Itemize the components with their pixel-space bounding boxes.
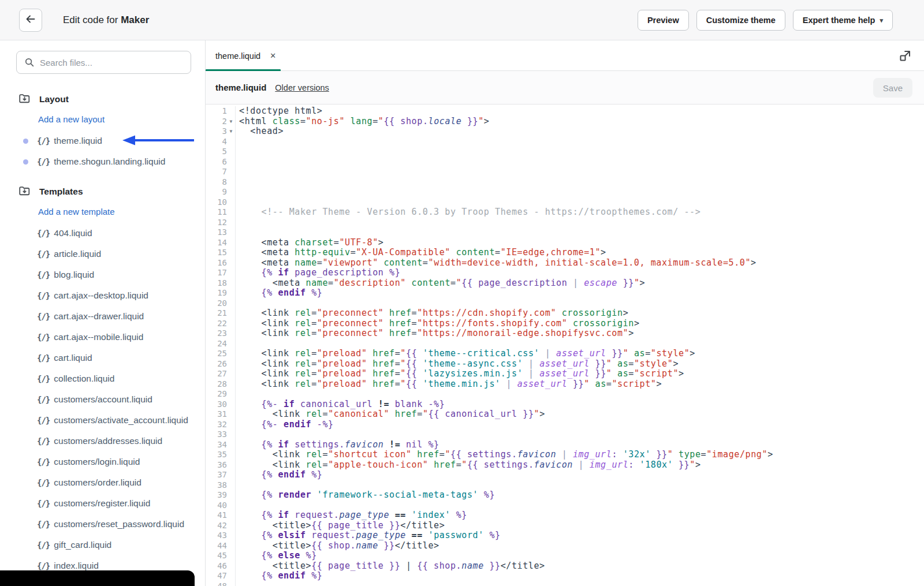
sidebar-file-cart.ajax--drawer.liquid[interactable]: {/}cart.ajax--drawer.liquid bbox=[0, 306, 205, 327]
file-name-label: collection.liquid bbox=[54, 374, 114, 384]
code-line[interactable]: 46 <title>{{ page_title }} | {{ shop.nam… bbox=[206, 561, 924, 572]
code-line[interactable]: 9 bbox=[206, 187, 924, 197]
section-header-templates[interactable]: Templates bbox=[18, 185, 205, 199]
code-line[interactable]: 25 <link rel="preload" href="{{ 'theme--… bbox=[206, 349, 924, 359]
code-line[interactable]: 31 <link rel="canonical" href="{{ canoni… bbox=[206, 409, 924, 420]
fold-caret-spacer bbox=[227, 288, 235, 298]
code-line[interactable]: 36 <link rel="apple-touch-icon" href="{{… bbox=[206, 460, 924, 471]
code-line[interactable]: 38 bbox=[206, 480, 924, 491]
code-line[interactable]: 32 {%- endif -%} bbox=[206, 420, 924, 430]
sidebar-file-customers/addresses.liquid[interactable]: {/}customers/addresses.liquid bbox=[0, 431, 205, 451]
code-line[interactable]: 45 {% else %} bbox=[206, 551, 924, 561]
line-number: 3 bbox=[206, 126, 227, 137]
sidebar-file-cart.liquid[interactable]: {/}cart.liquid bbox=[0, 348, 205, 368]
code-line-text: <meta charset="UTF-8"> bbox=[236, 238, 383, 248]
close-tab-icon[interactable]: ✕ bbox=[270, 51, 276, 60]
fold-caret-spacer bbox=[227, 561, 235, 572]
sidebar-file-blog.liquid[interactable]: {/}blog.liquid bbox=[0, 264, 205, 285]
code-line[interactable]: 12 bbox=[206, 218, 924, 228]
liquid-file-icon: {/} bbox=[37, 333, 50, 342]
code-line[interactable]: 34 {% if settings.favicon != nil %} bbox=[206, 440, 924, 450]
code-line-text bbox=[236, 430, 239, 440]
search-input[interactable] bbox=[16, 51, 191, 74]
code-line[interactable]: 26 <link rel="preload" href="{{ 'theme--… bbox=[206, 359, 924, 369]
overlay-tooltip bbox=[0, 570, 195, 586]
code-line[interactable]: 42 <title>{{ page_title }}</title> bbox=[206, 521, 924, 531]
code-line[interactable]: 48 bbox=[206, 581, 924, 586]
code-line[interactable]: 10 bbox=[206, 197, 924, 208]
fold-caret-spacer bbox=[227, 137, 235, 147]
sidebar-file-gift_card.liquid[interactable]: {/}gift_card.liquid bbox=[0, 535, 205, 555]
fold-caret-spacer bbox=[227, 319, 235, 329]
sidebar-file-cart.ajax--mobile.liquid[interactable]: {/}cart.ajax--mobile.liquid bbox=[0, 327, 205, 348]
sidebar-file-customers/login.liquid[interactable]: {/}customers/login.liquid bbox=[0, 451, 205, 472]
expert-theme-help-button[interactable]: Expert theme help▾ bbox=[793, 10, 893, 31]
code-line[interactable]: 18 <meta name="description" content="{{ … bbox=[206, 278, 924, 289]
code-line[interactable]: 21 <link rel="preconnect" href="https://… bbox=[206, 308, 924, 319]
code-line[interactable]: 44 <title>{{ shop.name }}</title> bbox=[206, 541, 924, 551]
sidebar-file-customers/account.liquid[interactable]: {/}customers/account.liquid bbox=[0, 389, 205, 410]
code-line[interactable]: 40 bbox=[206, 501, 924, 511]
sidebar-file-article.liquid[interactable]: {/}article.liquid bbox=[0, 244, 205, 264]
tab-theme-liquid[interactable]: theme.liquid ✕ bbox=[206, 40, 284, 71]
code-line[interactable]: 28 <link rel="preload" href="{{ 'theme.m… bbox=[206, 379, 924, 390]
line-number: 4 bbox=[206, 137, 227, 147]
code-line[interactable]: 4 bbox=[206, 137, 924, 147]
code-line[interactable]: 30 {%- if canonical_url != blank -%} bbox=[206, 400, 924, 410]
section-header-layout[interactable]: Layout bbox=[18, 92, 205, 106]
code-line[interactable]: 29 bbox=[206, 389, 924, 400]
expand-fullscreen-button[interactable] bbox=[897, 49, 912, 64]
code-line[interactable]: 11 <!-- Maker Theme - Version 6.0.3 by T… bbox=[206, 207, 924, 218]
code-line[interactable]: 22 <link rel="preconnect" href="https://… bbox=[206, 319, 924, 329]
sidebar-file-theme.shogun.landing.liquid[interactable]: {/}theme.shogun.landing.liquid bbox=[0, 151, 205, 172]
sidebar-file-customers/reset_password.liquid[interactable]: {/}customers/reset_password.liquid bbox=[0, 514, 205, 535]
code-line[interactable]: 13 bbox=[206, 227, 924, 238]
code-area[interactable]: 1<!doctype html>2▼<html class="no-js" la… bbox=[206, 105, 924, 586]
sidebar-file-collection.liquid[interactable]: {/}collection.liquid bbox=[0, 368, 205, 389]
code-line[interactable]: 37 {% endif %} bbox=[206, 470, 924, 480]
sidebar-file-customers/order.liquid[interactable]: {/}customers/order.liquid bbox=[0, 472, 205, 493]
code-line[interactable]: 43 {% elsif request.page_type == 'passwo… bbox=[206, 531, 924, 541]
code-line[interactable]: 23 <link rel="preconnect" href="https://… bbox=[206, 329, 924, 339]
code-line[interactable]: 5 bbox=[206, 147, 924, 157]
code-line[interactable]: 27 <link rel="preload" href="{{ 'lazysiz… bbox=[206, 369, 924, 379]
line-number: 11 bbox=[206, 207, 227, 218]
file-name-label: customers/register.liquid bbox=[54, 498, 150, 509]
fold-caret-spacer bbox=[227, 308, 235, 319]
code-line[interactable]: 1<!doctype html> bbox=[206, 106, 924, 117]
code-line[interactable]: 19 {% endif %} bbox=[206, 288, 924, 298]
back-arrow-icon bbox=[25, 13, 36, 27]
code-line-text: <meta name="description" content="{{ pag… bbox=[236, 278, 645, 289]
add-new-templates-link[interactable]: Add a new template bbox=[38, 207, 115, 217]
preview-button[interactable]: Preview bbox=[638, 10, 689, 31]
page-title-prefix: Edit code for bbox=[63, 14, 121, 25]
code-line[interactable]: 47 {% endif %} bbox=[206, 571, 924, 581]
code-line[interactable]: 24 bbox=[206, 339, 924, 349]
sidebar-file-404.liquid[interactable]: {/}404.liquid bbox=[0, 223, 205, 244]
sidebar-file-cart.ajax--desktop.liquid[interactable]: {/}cart.ajax--desktop.liquid bbox=[0, 285, 205, 306]
code-line[interactable]: 6 bbox=[206, 157, 924, 167]
sidebar-file-customers/register.liquid[interactable]: {/}customers/register.liquid bbox=[0, 493, 205, 514]
add-new-layout-link[interactable]: Add a new layout bbox=[38, 114, 105, 124]
back-button[interactable] bbox=[19, 9, 42, 32]
customize-theme-button[interactable]: Customize theme bbox=[696, 10, 785, 31]
older-versions-link[interactable]: Older versions bbox=[275, 83, 329, 92]
code-line[interactable]: 15 <meta http-equiv="X-UA-Compatible" co… bbox=[206, 248, 924, 258]
code-line[interactable]: 3▼ <head> bbox=[206, 126, 924, 137]
code-line[interactable]: 17 {% if page_description %} bbox=[206, 268, 924, 278]
code-line[interactable]: 16 <meta name="viewport" content="width=… bbox=[206, 258, 924, 268]
fold-caret-icon[interactable]: ▼ bbox=[227, 117, 235, 127]
code-line[interactable]: 14 <meta charset="UTF-8"> bbox=[206, 238, 924, 248]
code-line[interactable]: 2▼<html class="no-js" lang="{{ shop.loca… bbox=[206, 117, 924, 127]
sidebar-file-customers/activate_account.liquid[interactable]: {/}customers/activate_account.liquid bbox=[0, 410, 205, 431]
code-line[interactable]: 41 {% if request.page_type == 'index' %} bbox=[206, 510, 924, 521]
code-line[interactable]: 35 <link rel="shortcut icon" href="{{ se… bbox=[206, 450, 924, 460]
fold-caret-icon[interactable]: ▼ bbox=[227, 126, 235, 137]
code-line[interactable]: 39 {% render 'framework--social-meta-tag… bbox=[206, 490, 924, 501]
code-line[interactable]: 7 bbox=[206, 167, 924, 177]
save-button[interactable]: Save bbox=[873, 78, 912, 98]
sidebar-file-theme.liquid[interactable]: {/}theme.liquid bbox=[0, 130, 205, 151]
code-line[interactable]: 20 bbox=[206, 298, 924, 309]
code-line[interactable]: 33 bbox=[206, 430, 924, 440]
code-line[interactable]: 8 bbox=[206, 177, 924, 188]
